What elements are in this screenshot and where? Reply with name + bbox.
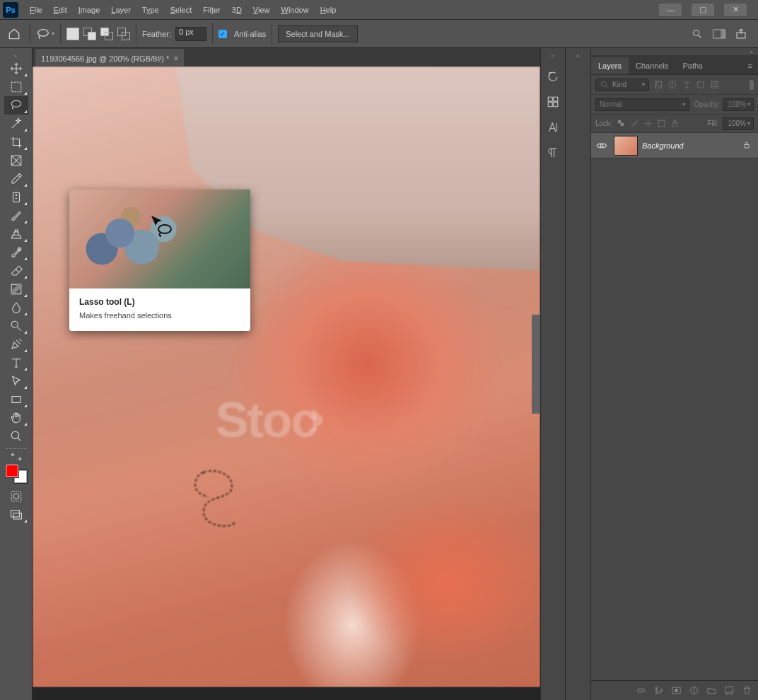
svg-rect-14 [11, 491, 21, 501]
healing-brush-tool[interactable] [4, 188, 28, 206]
filter-adjust-icon[interactable] [667, 80, 677, 90]
panels-grip[interactable]: » [591, 48, 758, 55]
search-icon[interactable] [692, 28, 703, 40]
menu-layer[interactable]: Layer [105, 3, 136, 17]
history-brush-tool[interactable] [4, 243, 28, 262]
panel-menu-icon[interactable]: ≡ [742, 57, 758, 74]
lock-artboard-icon[interactable] [657, 119, 666, 128]
tab-paths[interactable]: Paths [676, 57, 710, 74]
type-tool[interactable] [4, 354, 28, 372]
path-selection-tool[interactable] [4, 372, 28, 390]
new-layer-icon[interactable] [724, 685, 735, 696]
selection-marquee [194, 469, 236, 530]
document-tab-bar: 1193064566.jpg @ 200% (RGB/8#) * × [33, 48, 540, 66]
workspace-switcher-icon[interactable] [713, 29, 725, 39]
layer-mask-icon[interactable] [671, 685, 682, 696]
home-button[interactable] [6, 25, 23, 42]
antialias-checkbox[interactable]: ✓ [218, 30, 227, 38]
clone-stamp-tool[interactable] [4, 225, 28, 243]
dodge-tool[interactable] [4, 317, 28, 335]
screen-mode-tool[interactable] [4, 506, 28, 524]
character-panel-icon[interactable] [544, 119, 561, 136]
document-tab[interactable]: 1193064566.jpg @ 200% (RGB/8#) * × [35, 49, 184, 66]
tools-panel: » [0, 48, 33, 700]
delete-layer-icon[interactable] [742, 685, 752, 696]
menu-view[interactable]: View [247, 3, 276, 17]
hand-tool[interactable] [4, 409, 28, 427]
layer-name[interactable]: Background [642, 141, 684, 150]
color-swatches[interactable] [6, 465, 27, 483]
lock-transparency-icon[interactable] [617, 119, 626, 128]
layer-style-icon[interactable] [653, 685, 664, 696]
magic-wand-tool[interactable] [4, 115, 28, 133]
blur-tool[interactable] [4, 298, 28, 317]
foreground-color-swatch[interactable] [6, 465, 18, 477]
menu-help[interactable]: Help [315, 3, 342, 17]
feather-input[interactable]: 0 px [175, 27, 206, 41]
menu-edit[interactable]: Edit [48, 3, 73, 17]
layer-row-background[interactable]: Background [591, 133, 758, 158]
link-layers-icon[interactable] [636, 685, 646, 696]
menu-type[interactable]: Type [136, 3, 165, 17]
menu-window[interactable]: Window [276, 3, 315, 17]
share-icon[interactable] [735, 28, 747, 40]
lock-pixels-icon[interactable] [630, 119, 639, 128]
crop-tool[interactable] [4, 133, 28, 151]
minimize-button[interactable]: — [659, 4, 682, 16]
filter-type-icon[interactable] [682, 80, 692, 90]
menu-filter[interactable]: Filter [197, 3, 226, 17]
collapsed-dock-1: « [540, 48, 566, 700]
lock-position-icon[interactable] [643, 119, 653, 128]
menu-select[interactable]: Select [165, 3, 198, 17]
rectangle-tool[interactable] [4, 390, 28, 409]
select-and-mask-button[interactable]: Select and Mask... [278, 25, 358, 42]
lasso-tool[interactable] [4, 96, 28, 115]
properties-panel-icon[interactable] [544, 93, 561, 110]
lock-all-icon[interactable] [670, 119, 680, 128]
gradient-tool[interactable] [4, 280, 28, 298]
layer-visibility-icon[interactable] [594, 141, 610, 150]
canvas[interactable]: Stoc [33, 66, 540, 687]
filter-toggle[interactable] [750, 80, 754, 90]
dock2-grip[interactable]: « [566, 52, 590, 59]
history-panel-icon[interactable] [544, 68, 561, 85]
close-tab-icon[interactable]: × [173, 54, 178, 64]
tools-collapse-grip[interactable]: » [0, 52, 32, 59]
marquee-tool[interactable] [4, 78, 28, 96]
mode-add-icon[interactable] [83, 28, 96, 40]
swap-colors-icon[interactable] [4, 452, 28, 462]
filter-smart-icon[interactable] [710, 80, 720, 90]
zoom-tool[interactable] [4, 427, 28, 445]
layer-thumbnail[interactable] [614, 136, 638, 156]
opacity-input[interactable]: 100%▾ [723, 98, 754, 111]
lasso-tool-indicator[interactable]: ▾ [36, 28, 54, 40]
filter-pixel-icon[interactable] [653, 80, 663, 90]
tab-layers[interactable]: Layers [591, 57, 629, 74]
mode-intersect-icon[interactable] [117, 28, 130, 40]
tab-channels[interactable]: Channels [629, 57, 675, 74]
menu-3d[interactable]: 3D [226, 3, 247, 17]
move-tool[interactable] [4, 59, 28, 78]
quick-mask-tool[interactable] [4, 487, 28, 506]
eraser-tool[interactable] [4, 262, 28, 280]
mode-subtract-icon[interactable] [100, 28, 113, 40]
eyedropper-tool[interactable] [4, 170, 28, 188]
paragraph-panel-icon[interactable] [544, 144, 561, 161]
vertical-scrollbar-thumb[interactable] [532, 315, 540, 414]
close-button[interactable]: ✕ [724, 4, 747, 16]
adjustment-layer-icon[interactable] [689, 685, 699, 696]
group-layers-icon[interactable] [706, 685, 717, 696]
frame-tool[interactable] [4, 151, 28, 170]
brush-tool[interactable] [4, 206, 28, 225]
layer-lock-icon[interactable] [742, 140, 751, 151]
menu-file[interactable]: File [24, 3, 48, 17]
menu-image[interactable]: Image [73, 3, 106, 17]
filter-kind-select[interactable]: Kind▾ [595, 78, 649, 91]
dock1-grip[interactable]: « [541, 52, 565, 59]
fill-input[interactable]: 100%▾ [723, 117, 754, 130]
filter-shape-icon[interactable] [696, 80, 706, 90]
blend-mode-select[interactable]: Normal▾ [595, 98, 689, 111]
pen-tool[interactable] [4, 335, 28, 354]
mode-new-icon[interactable] [66, 28, 79, 40]
maximize-button[interactable]: ▢ [692, 4, 714, 16]
